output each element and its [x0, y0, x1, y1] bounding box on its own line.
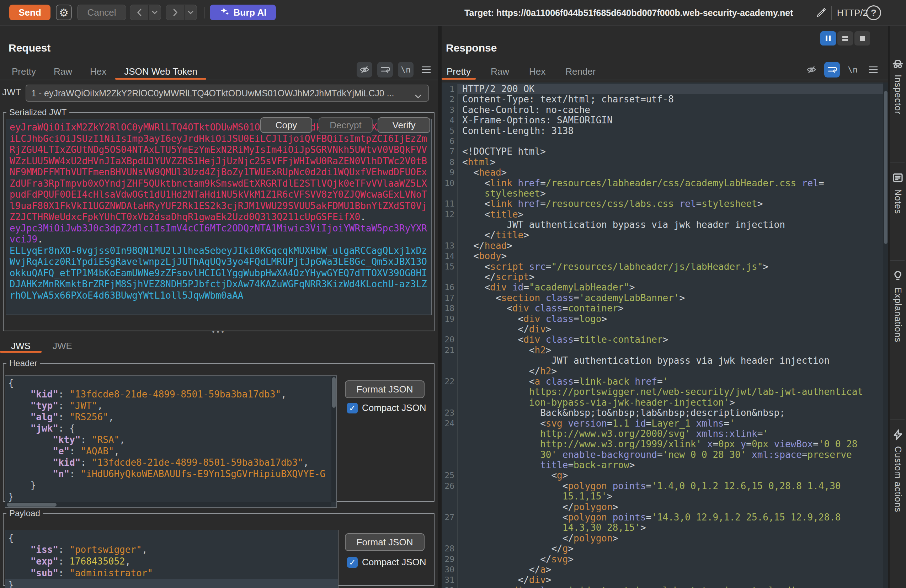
sidebar-item-inspector[interactable]: Inspector — [890, 57, 906, 115]
chevron-down-icon — [415, 91, 422, 101]
target-url: Target: https://0a11006f044b51f685d640bd… — [464, 0, 793, 25]
cancel-button[interactable]: Cancel — [77, 5, 126, 20]
jws-jwe-tabs: JWS JWE — [0, 339, 83, 353]
serialized-jwt-text: eyJraWQiOiIxM2ZkY2RlOC0yMWRlLTQ4OTktODUw… — [10, 122, 427, 301]
tab-raw[interactable]: Raw — [45, 63, 81, 80]
protocol-label: HTTP/2 — [837, 0, 868, 25]
toolbar-separator — [204, 7, 204, 19]
compact-json-label: Compact JSON — [362, 557, 426, 568]
sidebar-item-notes[interactable]: Notes — [890, 171, 906, 214]
back-icon[interactable] — [130, 5, 148, 20]
burp-ai-label: Burp AI — [234, 7, 267, 18]
sidebar-item-label: Explanations — [893, 287, 903, 343]
compact-json-option: ✓ Compact JSON — [347, 557, 426, 568]
response-code-editor[interactable]: 1HTTP/2 200 OK2Content-Type: text/html; … — [442, 83, 883, 588]
copy-button[interactable]: Copy — [260, 117, 312, 133]
help-icon[interactable]: ? — [866, 5, 881, 20]
tab-raw[interactable]: Raw — [486, 63, 514, 80]
response-title: Response — [446, 42, 497, 54]
sparkles-icon — [219, 6, 230, 19]
tab-pretty[interactable]: Pretty — [442, 63, 476, 80]
toolbar-separator — [831, 6, 832, 20]
tab-json-web-token[interactable]: JSON Web Token — [115, 63, 206, 80]
side-rail: Inspector Notes Explanations Custom acti… — [890, 26, 906, 588]
compact-json-label: Compact JSON — [362, 402, 426, 413]
back-dropdown-icon[interactable] — [148, 5, 161, 20]
pencil-icon[interactable] — [813, 6, 828, 20]
serialized-jwt-editor[interactable]: eyJraWQiOiIxM2ZkY2RlOC0yMWRlLTQ4OTktODUw… — [6, 119, 432, 315]
jwt-payload-editor[interactable]: { "iss": "portswigger", "exp": 176843505… — [5, 530, 338, 588]
back-button-group — [130, 5, 161, 20]
newline-icon[interactable]: \n — [845, 62, 860, 78]
tab-render[interactable]: Render — [560, 63, 601, 80]
sidebar-divider — [890, 162, 904, 163]
serialized-jwt-group: Serialized JWT eyJraWQiOiIxM2ZkY2RlOC0yM… — [3, 107, 434, 331]
forward-dropdown-icon[interactable] — [185, 5, 197, 20]
sidebar-item-label: Custom actions — [893, 446, 903, 512]
request-editor-icons: \n — [357, 62, 434, 78]
help-glyph: ? — [871, 8, 876, 19]
forward-icon[interactable] — [166, 5, 185, 20]
sidebar-item-label: Inspector — [893, 75, 903, 115]
compact-json-checkbox[interactable]: ✓ — [347, 403, 358, 413]
compact-json-checkbox[interactable]: ✓ — [347, 557, 358, 568]
toolbar: Send ⚙ Cancel Burp AI Target: https://0a… — [0, 0, 906, 26]
jwt-label: JWT — [2, 87, 21, 98]
serialized-jwt-legend: Serialized JWT — [6, 107, 69, 117]
jwt-header-group: Header { "kid": "13fdcde8-21de-4899-8501… — [3, 359, 434, 502]
eye-slash-icon[interactable] — [357, 62, 372, 78]
bolt-icon — [892, 429, 904, 441]
tab-pretty[interactable]: Pretty — [3, 63, 45, 80]
gear-icon[interactable]: ⚙ — [56, 5, 72, 20]
scrollbar-horizontal[interactable] — [5, 502, 332, 507]
tab-hex[interactable]: Hex — [524, 63, 550, 80]
sidebar-item-explanations[interactable]: Explanations — [890, 269, 906, 343]
gear-glyph: ⚙ — [59, 6, 69, 19]
sidebar-divider — [890, 260, 904, 261]
wrap-lines-icon[interactable] — [824, 62, 840, 78]
tab-jws[interactable]: JWS — [0, 339, 41, 353]
lightbulb-icon — [892, 269, 904, 282]
format-json-button[interactable]: Format JSON — [345, 380, 424, 398]
newline-icon[interactable]: \n — [398, 62, 413, 78]
single-layout-icon[interactable] — [855, 31, 870, 46]
request-title: Request — [8, 42, 51, 54]
jwt-selected-value: 1 - eyJraWQiOiIxM2ZkY2RlOC0yMWRlLTQ4OTkt… — [31, 88, 394, 99]
layout-buttons — [820, 31, 870, 46]
splitter-handle[interactable]: ••• — [0, 328, 438, 336]
jwt-header-legend: Header — [6, 359, 40, 368]
sidebar-item-label: Notes — [893, 189, 903, 214]
jwt-header-editor[interactable]: { "kid": "13fdcde8-21de-4899-8501-59ba3b… — [5, 375, 337, 508]
wrap-lines-icon[interactable] — [377, 62, 393, 78]
sidebar-item-custom-actions[interactable]: Custom actions — [890, 429, 906, 512]
request-panel: Request Pretty Raw Hex JSON Web Token \n… — [0, 26, 438, 588]
forward-button-group — [166, 5, 197, 20]
send-button[interactable]: Send — [9, 5, 51, 20]
jwt-payload-legend: Payload — [6, 508, 43, 518]
sidebar-divider — [890, 419, 904, 419]
incognito-icon — [892, 57, 904, 70]
jwt-payload-group: Payload { "iss": "portswigger", "exp": 1… — [3, 508, 434, 586]
response-panel: Response Pretty Raw Hex Render \n 1HTTP/… — [442, 26, 888, 588]
menu-icon[interactable] — [866, 62, 881, 78]
compact-json-option: ✓ Compact JSON — [347, 402, 426, 413]
notes-icon — [892, 171, 904, 184]
tab-jwe[interactable]: JWE — [41, 339, 83, 353]
eye-slash-icon[interactable] — [804, 62, 819, 78]
response-editor-icons: \n — [804, 62, 881, 78]
scrollbar-vertical[interactable] — [332, 376, 337, 502]
stacked-layout-icon[interactable] — [837, 31, 853, 46]
burp-ai-button[interactable]: Burp AI — [210, 5, 276, 20]
menu-icon[interactable] — [418, 62, 434, 78]
scrollbar-vertical[interactable] — [883, 83, 888, 588]
jwt-selector-dropdown[interactable]: 1 - eyJraWQiOiIxM2ZkY2RlOC0yMWRlLTQ4OTkt… — [26, 84, 429, 102]
decrypt-button: Decrypt — [319, 117, 373, 133]
tab-hex[interactable]: Hex — [81, 63, 115, 80]
columns-layout-icon[interactable] — [820, 31, 836, 46]
format-json-button[interactable]: Format JSON — [345, 533, 424, 551]
verify-button[interactable]: Verify — [378, 117, 430, 133]
